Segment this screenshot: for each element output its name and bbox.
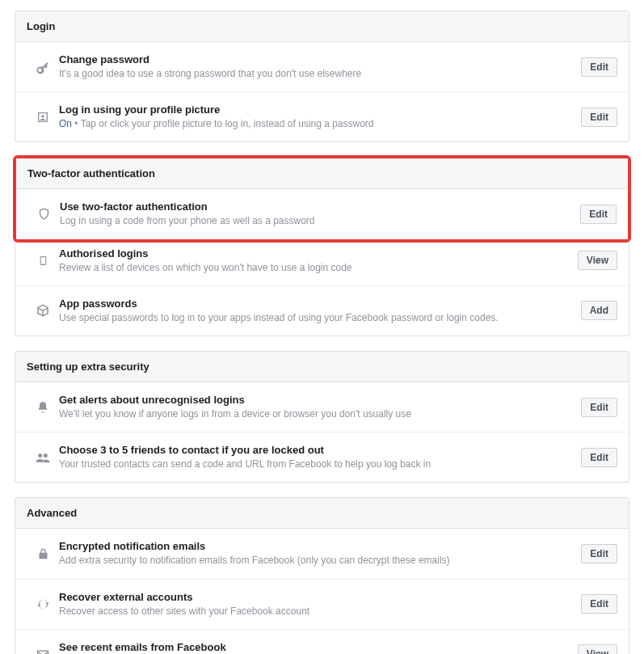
extra-security-header: Setting up extra security xyxy=(15,352,629,382)
app-passwords-add-button[interactable]: Add xyxy=(581,301,617,320)
encrypted-emails-desc: Add extra security to notification email… xyxy=(59,554,573,567)
alerts-edit-button[interactable]: Edit xyxy=(581,398,617,417)
two-factor-section: Two-factor authentication Use two-factor… xyxy=(16,158,628,238)
encrypted-emails-title: Encrypted notification emails xyxy=(59,540,573,552)
use-two-factor-desc: Log in using a code from your phone as w… xyxy=(60,214,572,227)
login-section: Login Change password It's a good idea t… xyxy=(15,11,629,142)
status-on: On xyxy=(59,118,72,129)
box-icon xyxy=(27,303,59,318)
profile-picture-icon xyxy=(27,111,59,124)
trusted-friends-edit-button[interactable]: Edit xyxy=(581,448,617,467)
recover-accounts-row[interactable]: Recover external accounts Recover access… xyxy=(15,580,629,630)
encrypted-emails-edit-button[interactable]: Edit xyxy=(581,544,617,563)
trusted-friends-row[interactable]: Choose 3 to 5 friends to contact if you … xyxy=(15,432,629,482)
use-two-factor-title: Use two-factor authentication xyxy=(60,200,572,213)
authorised-logins-title: Authorised logins xyxy=(59,247,570,259)
alerts-row[interactable]: Get alerts about unrecognised logins We'… xyxy=(15,382,629,432)
profile-picture-login-title: Log in using your profile picture xyxy=(59,103,573,116)
use-two-factor-edit-button[interactable]: Edit xyxy=(580,205,617,224)
friends-icon xyxy=(27,452,59,463)
two-factor-highlight: Two-factor authentication Use two-factor… xyxy=(13,155,631,242)
key-icon xyxy=(27,60,59,74)
profile-picture-login-desc: On • Tap or click your profile picture t… xyxy=(59,117,573,130)
recover-accounts-title: Recover external accounts xyxy=(59,591,573,603)
extra-security-section: Setting up extra security Get alerts abo… xyxy=(15,351,629,483)
bell-icon xyxy=(27,400,59,415)
authorised-logins-view-button[interactable]: View xyxy=(578,251,617,270)
trusted-friends-title: Choose 3 to 5 friends to contact if you … xyxy=(59,444,573,456)
authorised-logins-desc: Review a list of devices on which you wo… xyxy=(59,261,570,274)
recent-emails-title: See recent emails from Facebook xyxy=(59,641,570,653)
recent-emails-row[interactable]: See recent emails from Facebook See a li… xyxy=(15,630,629,654)
app-passwords-title: App passwords xyxy=(59,297,573,310)
two-factor-header: Two-factor authentication xyxy=(16,158,628,189)
envelope-icon xyxy=(27,649,59,654)
shield-icon xyxy=(27,206,60,222)
authorised-logins-row[interactable]: Authorised logins Review a list of devic… xyxy=(15,236,629,286)
change-password-title: Change password xyxy=(59,53,573,65)
two-factor-sub-section: Authorised logins Review a list of devic… xyxy=(15,236,629,336)
change-password-edit-button[interactable]: Edit xyxy=(581,57,617,77)
profile-picture-login-row[interactable]: Log in using your profile picture On • T… xyxy=(15,92,629,141)
encrypted-emails-row[interactable]: Encrypted notification emails Add extra … xyxy=(15,529,629,579)
app-passwords-row[interactable]: App passwords Use special passwords to l… xyxy=(15,286,629,335)
refresh-icon xyxy=(27,597,59,611)
advanced-header: Advanced xyxy=(15,498,629,529)
login-header: Login xyxy=(15,11,629,42)
trusted-friends-desc: Your trusted contacts can send a code an… xyxy=(59,458,573,470)
alerts-title: Get alerts about unrecognised logins xyxy=(59,394,573,406)
change-password-desc: It's a good idea to use a strong passwor… xyxy=(59,67,573,80)
advanced-section: Advanced Encrypted notification emails A… xyxy=(15,497,629,654)
phone-icon xyxy=(27,253,59,268)
recover-accounts-edit-button[interactable]: Edit xyxy=(581,594,617,614)
profile-picture-edit-button[interactable]: Edit xyxy=(581,108,617,127)
change-password-row[interactable]: Change password It's a good idea to use … xyxy=(15,42,629,92)
recent-emails-view-button[interactable]: View xyxy=(578,644,617,654)
lock-icon xyxy=(27,546,59,561)
app-passwords-desc: Use special passwords to log in to your … xyxy=(59,311,573,324)
alerts-desc: We'll let you know if anyone logs in fro… xyxy=(59,407,573,420)
use-two-factor-row[interactable]: Use two-factor authentication Log in usi… xyxy=(16,189,628,238)
recover-accounts-desc: Recover access to other sites with your … xyxy=(59,605,573,618)
